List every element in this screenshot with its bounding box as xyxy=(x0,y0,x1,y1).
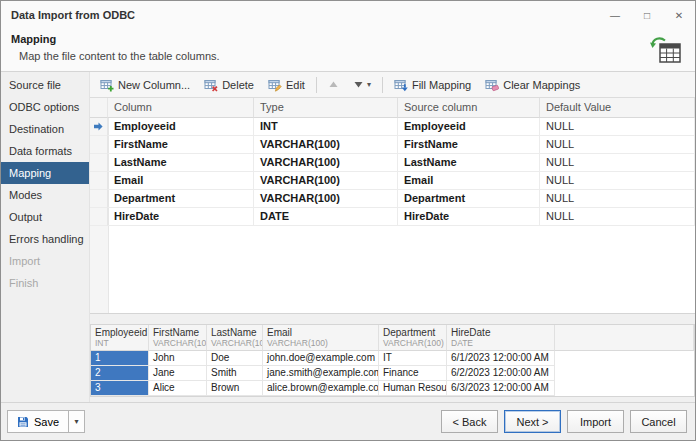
mapping-type-cell[interactable]: VARCHAR(100) xyxy=(254,190,398,208)
mapping-grid: Column Type Source column Default Value … xyxy=(90,98,695,314)
preview-column-name: FirstName xyxy=(153,327,202,338)
preview-column-header: FirstName VARCHAR(100) xyxy=(149,325,207,351)
preview-cell: jane.smith@example.com xyxy=(263,366,379,381)
mapping-row[interactable]: HireDate DATE HireDate NULL xyxy=(90,208,695,226)
move-down-button[interactable]: ▾ xyxy=(347,76,377,93)
header-column: Column xyxy=(108,98,254,118)
mapping-default-cell[interactable]: NULL xyxy=(540,136,695,154)
mapping-source-cell[interactable]: Email xyxy=(398,172,540,190)
sidebar-item-import: Import xyxy=(1,250,89,272)
clear-mappings-label: Clear Mappings xyxy=(503,79,580,91)
preview-column-name: HireDate xyxy=(451,327,550,338)
minimize-button[interactable]: — xyxy=(599,1,631,29)
mapping-type-cell[interactable]: DATE xyxy=(254,208,398,226)
preview-header-filler xyxy=(555,325,694,351)
sidebar-item-output[interactable]: Output xyxy=(1,206,89,228)
sidebar-item-destination[interactable]: Destination xyxy=(1,118,89,140)
mapping-content: New Column... Delete xyxy=(89,72,695,402)
mapping-source-cell[interactable]: HireDate xyxy=(398,208,540,226)
sidebar-item-mapping[interactable]: Mapping xyxy=(1,162,89,184)
preview-cell: Doe xyxy=(207,351,263,366)
preview-filler-cell xyxy=(555,351,694,366)
edit-column-icon xyxy=(268,78,282,92)
preview-column-type: INT xyxy=(95,338,144,348)
delete-column-label: Delete xyxy=(222,79,254,91)
preview-filler-cell xyxy=(555,381,694,396)
mapping-type-cell[interactable]: INT xyxy=(254,118,398,136)
mapping-grid-header-row: Column Type Source column Default Value xyxy=(90,98,695,118)
header-default-value: Default Value xyxy=(540,98,695,118)
mapping-row[interactable]: FirstName VARCHAR(100) FirstName NULL xyxy=(90,136,695,154)
mapping-column-cell[interactable]: LastName xyxy=(108,154,254,172)
delete-column-button[interactable]: Delete xyxy=(198,75,260,95)
mapping-column-cell[interactable]: Employeeid xyxy=(108,118,254,136)
mapping-type-cell[interactable]: VARCHAR(100) xyxy=(254,172,398,190)
mapping-type-cell[interactable]: VARCHAR(100) xyxy=(254,154,398,172)
preview-cell: Alice xyxy=(149,381,207,396)
preview-key-cell: 2 xyxy=(91,366,149,381)
mapping-default-cell[interactable]: NULL xyxy=(540,118,695,136)
preview-column-name: Employeeid xyxy=(95,327,144,338)
preview-cell: Finance xyxy=(379,366,447,381)
preview-column-header: Email VARCHAR(100) xyxy=(263,325,379,351)
mapping-row[interactable]: Email VARCHAR(100) Email NULL xyxy=(90,172,695,190)
mapping-row[interactable]: LastName VARCHAR(100) LastName NULL xyxy=(90,154,695,172)
sidebar-item-modes[interactable]: Modes xyxy=(1,184,89,206)
mapping-source-cell[interactable]: Department xyxy=(398,190,540,208)
mapping-column-cell[interactable]: FirstName xyxy=(108,136,254,154)
preview-key-cell: 3 xyxy=(91,381,149,396)
mapping-source-cell[interactable]: Employeeid xyxy=(398,118,540,136)
data-preview-grid: Employeeid INT FirstName VARCHAR(100) La… xyxy=(90,324,695,397)
mapping-column-cell[interactable]: HireDate xyxy=(108,208,254,226)
preview-column-type: VARCHAR(100) xyxy=(383,338,442,348)
mapping-column-cell[interactable]: Department xyxy=(108,190,254,208)
mapping-source-cell[interactable]: LastName xyxy=(398,154,540,172)
preview-row[interactable]: 3 Alice Brown alice.brown@example.com Hu… xyxy=(91,381,694,396)
sidebar-item-finish: Finish xyxy=(1,272,89,294)
save-icon xyxy=(17,416,29,428)
fill-mapping-button[interactable]: Fill Mapping xyxy=(388,75,477,95)
page-subtitle: Map the file content to the table column… xyxy=(19,50,220,62)
preview-cell: 6/2/2023 12:00:00 AM xyxy=(447,366,555,381)
preview-key-cell: 1 xyxy=(91,351,149,366)
clear-mappings-button[interactable]: Clear Mappings xyxy=(479,75,586,95)
preview-column-type: VARCHAR(100) xyxy=(211,338,258,348)
sidebar-item-data-formats[interactable]: Data formats xyxy=(1,140,89,162)
toolbar-separator xyxy=(316,77,317,93)
close-button[interactable]: ✕ xyxy=(663,1,695,29)
edit-column-button[interactable]: Edit xyxy=(262,75,311,95)
maximize-button[interactable]: □ xyxy=(631,1,663,29)
move-down-dropdown-caret: ▾ xyxy=(367,80,371,89)
sidebar-item-odbc-options[interactable]: ODBC options xyxy=(1,96,89,118)
mapping-default-cell[interactable]: NULL xyxy=(540,172,695,190)
titlebar: Data Import from ODBC — □ ✕ xyxy=(1,1,695,29)
next-button[interactable]: Next > xyxy=(504,410,561,433)
window-title: Data Import from ODBC xyxy=(1,9,599,21)
preview-cell: 6/3/2023 12:00:00 AM xyxy=(447,381,555,396)
preview-cell: IT xyxy=(379,351,447,366)
row-indicator-cell xyxy=(90,172,108,190)
row-indicator-header-cell xyxy=(90,98,108,118)
mapping-row[interactable]: Employeeid INT Employeeid NULL xyxy=(90,118,695,136)
mapping-default-cell[interactable]: NULL xyxy=(540,154,695,172)
back-button[interactable]: < Back xyxy=(441,410,498,433)
mapping-source-cell[interactable]: FirstName xyxy=(398,136,540,154)
preview-cell: Brown xyxy=(207,381,263,396)
save-dropdown-button[interactable]: ▾ xyxy=(69,410,85,433)
footer-bar: Save ▾ < Back Next > Import Cancel xyxy=(1,402,695,440)
mapping-type-cell[interactable]: VARCHAR(100) xyxy=(254,136,398,154)
mapping-row[interactable]: Department VARCHAR(100) Department NULL xyxy=(90,190,695,208)
preview-row[interactable]: 1 John Doe john.doe@example.com IT 6/1/2… xyxy=(91,351,694,366)
mapping-default-cell[interactable]: NULL xyxy=(540,190,695,208)
preview-row[interactable]: 2 Jane Smith jane.smith@example.com Fina… xyxy=(91,366,694,381)
arrow-down-icon xyxy=(353,79,364,90)
new-column-button[interactable]: New Column... xyxy=(94,75,196,95)
sidebar-item-errors-handling[interactable]: Errors handling xyxy=(1,228,89,250)
mapping-column-cell[interactable]: Email xyxy=(108,172,254,190)
sidebar-item-source-file[interactable]: Source file xyxy=(1,74,89,96)
save-button[interactable]: Save xyxy=(7,410,69,433)
move-up-button[interactable] xyxy=(322,76,345,93)
mapping-default-cell[interactable]: NULL xyxy=(540,208,695,226)
import-button[interactable]: Import xyxy=(567,410,624,433)
cancel-button[interactable]: Cancel xyxy=(630,410,687,433)
